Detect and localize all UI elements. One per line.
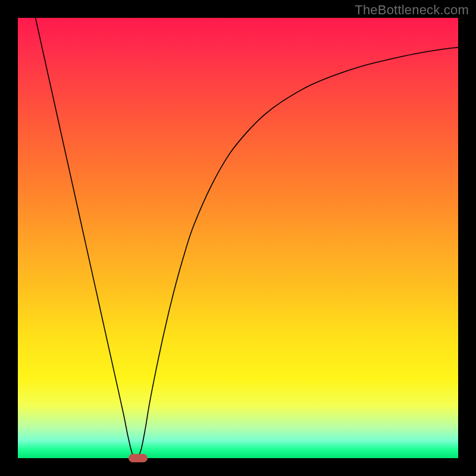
bottleneck-curve: [18, 18, 458, 458]
optimum-marker: [129, 454, 148, 462]
chart-frame: TheBottleneck.com: [0, 0, 476, 476]
curve-path: [36, 18, 458, 458]
watermark-text: TheBottleneck.com: [355, 2, 469, 18]
